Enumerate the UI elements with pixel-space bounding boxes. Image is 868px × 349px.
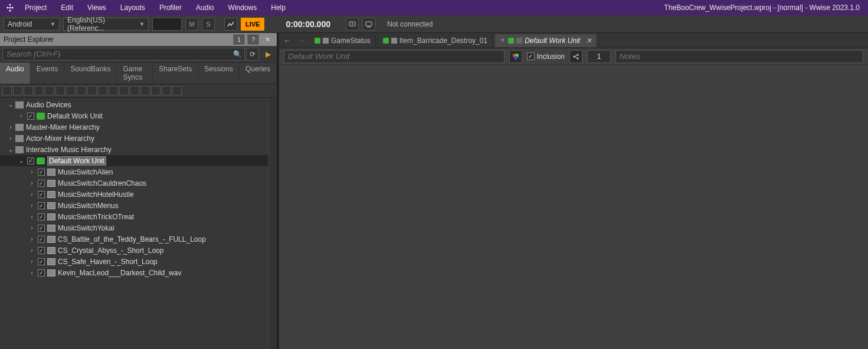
tab-gamesyncs[interactable]: Game Syncs	[117, 62, 153, 84]
menu-views[interactable]: Views	[80, 0, 113, 15]
toolbar-icon[interactable]	[34, 86, 44, 96]
tree-item-master-mixer[interactable]: › Master-Mixer Hierarchy	[0, 121, 277, 133]
panel-count-button[interactable]: 1	[233, 34, 245, 45]
toolbar-icon[interactable]	[77, 86, 86, 96]
capture-icon[interactable]	[362, 18, 375, 31]
expand-icon[interactable]: ›	[28, 236, 35, 242]
expand-icon[interactable]: ›	[28, 225, 35, 231]
tab-soundbanks[interactable]: SoundBanks	[64, 62, 117, 84]
expand-icon[interactable]: ›	[7, 135, 14, 141]
toolbar-icon[interactable]	[98, 86, 107, 96]
expand-icon[interactable]: ›	[28, 180, 35, 186]
close-icon[interactable]: ✕	[586, 37, 592, 45]
live-button[interactable]: LIVE	[241, 18, 264, 31]
tree-item[interactable]: › ✓ MusicSwitchCauldrenChaos	[0, 177, 277, 189]
toolbar-icon[interactable]	[24, 86, 33, 96]
toolbar-icon[interactable]	[172, 86, 182, 96]
language-dropdown[interactable]: English(US) (Referenc...▼	[63, 18, 149, 31]
checkbox[interactable]: ✓	[38, 213, 45, 220]
checkbox[interactable]: ✓	[38, 202, 45, 209]
tree-item-actor-mixer[interactable]: › Actor-Mixer Hierarchy	[0, 133, 277, 144]
checkbox[interactable]: ✓	[38, 180, 45, 187]
checkbox[interactable]: ✓	[38, 169, 45, 176]
reference-count[interactable]: 1	[587, 50, 611, 63]
tab-sessions[interactable]: Sessions	[198, 62, 240, 84]
expand-icon[interactable]: ›	[28, 269, 35, 276]
toolbar-icon[interactable]	[162, 86, 171, 96]
toolbar-icon[interactable]	[55, 86, 65, 96]
tree-item-interactive-music[interactable]: ⌄ Interactive Music Hierarchy	[0, 144, 277, 155]
tab-itembarricade[interactable]: Item_Barricade_Destroy_01	[378, 34, 493, 47]
collapse-icon[interactable]: ⌄	[7, 101, 14, 108]
menu-audio[interactable]: Audio	[189, 0, 221, 15]
checkbox[interactable]: ✓	[38, 269, 45, 276]
tree-item[interactable]: › ✓ CS_Crystal_Abyss_-_Short_Loop	[0, 245, 277, 256]
platform-dropdown[interactable]: Android▼	[4, 18, 60, 31]
toolbar-icon[interactable]	[140, 86, 150, 96]
expand-icon[interactable]: ›	[28, 202, 35, 209]
checkbox[interactable]: ✓	[38, 236, 45, 243]
toolbar-icon[interactable]	[119, 86, 129, 96]
wwise-logo-icon[interactable]	[2, 0, 18, 15]
collapse-icon[interactable]: ⌄	[18, 157, 25, 164]
toolbar-icon[interactable]	[151, 86, 161, 96]
expand-icon[interactable]: ›	[28, 169, 35, 175]
tree-item-imh-dwu[interactable]: ⌄ ✓ Default Work Unit	[0, 155, 277, 166]
checkbox[interactable]: ✓	[38, 191, 45, 198]
tab-defaultworkunit[interactable]: Default Work Unit ✕	[495, 34, 597, 47]
collapse-icon[interactable]: ⌄	[7, 146, 14, 153]
tree-item-dwu[interactable]: › ✓ Default Work Unit	[0, 110, 277, 121]
search-input[interactable]	[2, 48, 245, 61]
tree-item-audio-devices[interactable]: ⌄ Audio Devices	[0, 99, 277, 110]
toolbar-icon[interactable]	[109, 86, 118, 96]
panel-help-button[interactable]: ?	[247, 34, 259, 45]
tree-item[interactable]: › ✓ MusicSwitchAlien	[0, 166, 277, 177]
menu-project[interactable]: Project	[18, 0, 54, 15]
menu-windows[interactable]: Windows	[221, 0, 264, 15]
checkbox[interactable]: ✓	[38, 247, 45, 254]
tab-events[interactable]: Events	[31, 62, 65, 84]
tab-queries[interactable]: Queries	[240, 62, 277, 84]
solo-button[interactable]: S	[202, 18, 215, 31]
checkbox[interactable]: ✓	[38, 225, 45, 232]
nav-forward-button[interactable]: →	[296, 35, 307, 47]
search-icon[interactable]: 🔍	[231, 48, 244, 61]
graph-icon[interactable]	[224, 18, 237, 31]
menu-profiler[interactable]: Profiler	[152, 0, 189, 15]
expand-icon[interactable]: ›	[28, 247, 35, 253]
tree-item[interactable]: › ✓ MusicSwitchYokai	[0, 222, 277, 233]
tab-gamestatus[interactable]: GameStatus	[310, 34, 376, 47]
tree-item[interactable]: › ✓ CS_Safe_Haven_-_Short_Loop	[0, 256, 277, 267]
toolbar-icon[interactable]	[87, 86, 97, 96]
refresh-button[interactable]: ⟳	[246, 48, 259, 61]
tree-item[interactable]: › ✓ CS_Battle_of_the_Teddy_Bears_-_FULL_…	[0, 233, 277, 245]
tree-item[interactable]: › ✓ MusicSwitchHotelHustle	[0, 189, 277, 200]
checkbox[interactable]: ✓	[38, 258, 45, 265]
tree-item[interactable]: › ✓ MusicSwitchMenus	[0, 200, 277, 211]
meter-slot[interactable]	[152, 18, 182, 31]
menu-edit[interactable]: Edit	[54, 0, 80, 15]
mute-button[interactable]: M	[185, 18, 198, 31]
checkbox[interactable]: ✓	[27, 157, 34, 164]
scrollbar[interactable]	[268, 98, 277, 349]
menu-help[interactable]: Help	[264, 0, 293, 15]
toolbar-icon[interactable]	[130, 86, 139, 96]
expand-icon[interactable]: ›	[28, 191, 35, 197]
tree-item[interactable]: › ✓ Kevin_MacLeod___Darkest_Child_wav	[0, 267, 277, 278]
color-picker-button[interactable]	[509, 50, 522, 63]
nav-back-button[interactable]: ←	[281, 35, 293, 47]
forward-button[interactable]: ▶	[261, 48, 274, 61]
share-icon[interactable]	[569, 50, 582, 63]
tree-item[interactable]: › ✓ MusicSwitchTrickOTreat	[0, 211, 277, 222]
inclusion-checkbox[interactable]: ✓ Inclusion	[527, 52, 565, 61]
object-name-input[interactable]	[284, 50, 505, 63]
toolbar-icon[interactable]	[13, 86, 22, 96]
toolbar-icon[interactable]	[45, 86, 54, 96]
checkbox[interactable]: ✓	[27, 113, 34, 120]
remote-icon[interactable]	[346, 18, 359, 31]
expand-icon[interactable]: ›	[7, 124, 14, 130]
expand-icon[interactable]: ›	[28, 213, 35, 220]
panel-close-button[interactable]: ✕	[261, 34, 273, 45]
tab-sharesets[interactable]: ShareSets	[153, 62, 198, 84]
notes-input[interactable]	[615, 50, 863, 63]
